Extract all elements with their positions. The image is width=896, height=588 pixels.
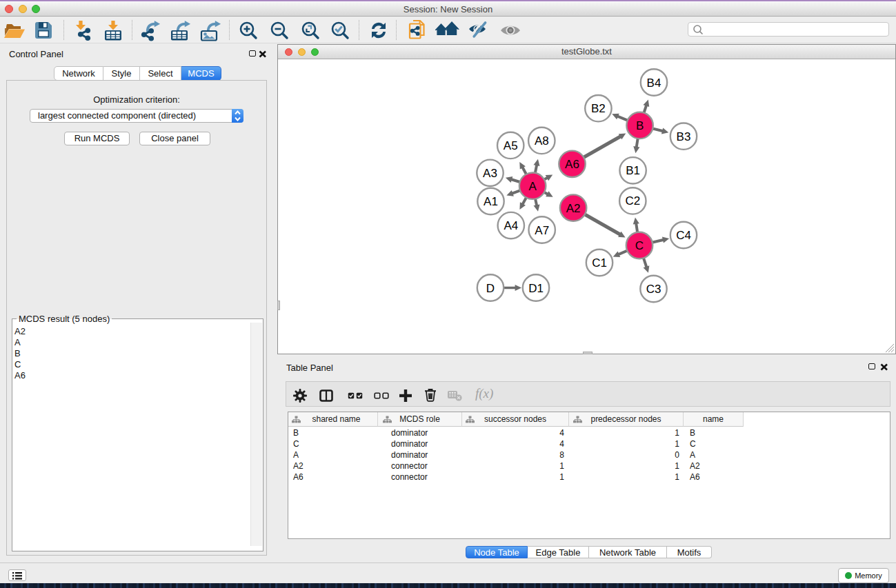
svg-text:A: A	[528, 180, 537, 193]
svg-text:A1: A1	[484, 195, 498, 208]
svg-text:C2: C2	[625, 194, 640, 207]
svg-text:A8: A8	[535, 134, 549, 148]
svg-text:A7: A7	[535, 224, 549, 237]
svg-text:A5: A5	[504, 139, 518, 152]
svg-text:C: C	[635, 239, 644, 252]
svg-text:B: B	[636, 119, 644, 132]
svg-text:D1: D1	[528, 282, 544, 295]
svg-text:D: D	[486, 282, 495, 295]
svg-text:B4: B4	[647, 77, 661, 90]
svg-text:B2: B2	[591, 102, 606, 115]
svg-text:A4: A4	[504, 219, 518, 232]
svg-text:A3: A3	[483, 167, 497, 180]
svg-text:C4: C4	[676, 229, 691, 242]
svg-text:A6: A6	[565, 158, 579, 171]
svg-text:B3: B3	[677, 130, 691, 143]
svg-text:A2: A2	[566, 202, 581, 215]
svg-text:C1: C1	[592, 256, 607, 270]
svg-text:C3: C3	[646, 283, 661, 296]
svg-text:B1: B1	[626, 164, 640, 177]
